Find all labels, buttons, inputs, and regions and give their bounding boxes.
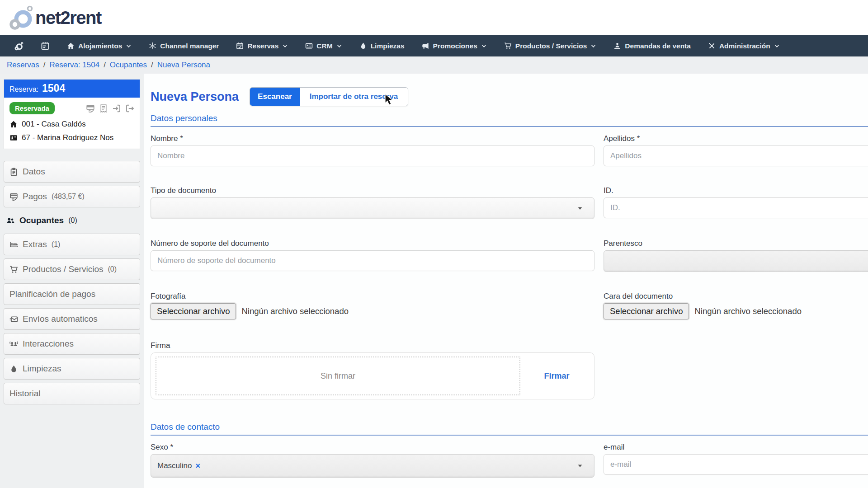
home-icon — [9, 120, 18, 128]
invoice-icon[interactable] — [99, 104, 108, 113]
payment-icon — [9, 192, 18, 201]
apellidos-label: Apellidos * — [604, 134, 868, 143]
nav-item-label: Productos / Servicios — [515, 42, 587, 50]
sidebar-item-label: Envíos automaticos — [23, 314, 98, 324]
nav-item-label: Demandas de venta — [625, 42, 691, 50]
nav-crm[interactable]: CRM — [305, 42, 342, 50]
sidebar-item-limpiezas[interactable]: Limpiezas — [4, 358, 140, 380]
nav-productos-servicios[interactable]: Productos / Servicios — [504, 42, 597, 50]
firma-canvas[interactable]: Sin firmar — [156, 357, 520, 395]
nav-item-label: Alojamientos — [78, 42, 122, 50]
parentesco-label: Parentesco — [604, 239, 868, 248]
droplet-icon — [9, 365, 18, 373]
tipo-documento-select[interactable] — [151, 197, 594, 219]
breadcrumb-ocupantes[interactable]: Ocupantes — [110, 61, 147, 70]
remove-tag-icon[interactable]: × — [196, 461, 201, 471]
sidebar-item-label: Historial — [9, 389, 41, 399]
nav-administracion[interactable]: Administración — [708, 42, 780, 50]
chevron-down-icon — [481, 43, 487, 49]
check-out-icon[interactable] — [125, 104, 134, 113]
client-row: 67 - Marina Rodriguez Nos — [9, 133, 134, 142]
check-in-icon[interactable] — [112, 104, 121, 113]
sidebar-item-historial[interactable]: Historial — [4, 383, 140, 404]
escanear-button[interactable]: Escanear — [250, 88, 300, 106]
cara-documento-file-status: Ningún archivo seleccionado — [694, 306, 802, 316]
page-title: Nueva Persona — [151, 90, 239, 104]
sidebar-item-count: (0) — [68, 216, 77, 225]
caret-down-icon — [577, 205, 583, 211]
nav-item-label: Channel manager — [160, 42, 219, 50]
sexo-label: Sexo * — [151, 443, 594, 452]
nav-home-logo-button[interactable] — [14, 42, 24, 51]
nav-planning-button[interactable] — [41, 42, 50, 51]
nav-channel-manager[interactable]: Channel manager — [149, 42, 219, 50]
sidebar-item-ocupantes[interactable]: Ocupantes (0) — [4, 211, 140, 230]
sidebar-item-label: Planificación de pagos — [9, 289, 95, 299]
numero-soporte-label: Número de soporte del documento — [151, 239, 594, 248]
sidebar-item-label: Interacciones — [23, 339, 74, 349]
id-input[interactable] — [604, 197, 868, 218]
mail-send-icon — [9, 315, 18, 324]
breadcrumb-nueva-persona[interactable]: Nueva Persona — [157, 61, 210, 70]
apellidos-input[interactable] — [604, 145, 868, 166]
numero-soporte-input[interactable] — [151, 250, 594, 271]
nombre-input[interactable] — [151, 145, 594, 166]
breadcrumb-separator: / — [104, 61, 106, 70]
cart-icon — [9, 265, 18, 274]
sidebar-item-datos[interactable]: Datos — [4, 161, 140, 183]
card-icon — [305, 42, 313, 50]
top-header: net2rent — [0, 0, 868, 35]
nav-reservas[interactable]: Reservas — [236, 42, 288, 50]
net2rent-logo[interactable]: net2rent — [9, 5, 101, 31]
property-row: 001 - Casa Galdós — [9, 120, 134, 129]
cara-documento-file-input: Seleccionar archivo Ningún archivo selec… — [604, 303, 868, 319]
planning-board-icon — [41, 42, 50, 51]
chevron-down-icon — [590, 43, 596, 49]
fotografia-file-input: Seleccionar archivo Ningún archivo selec… — [151, 303, 594, 319]
cart-icon — [504, 42, 512, 50]
tipo-documento-label: Tipo de documento — [151, 186, 594, 195]
chevron-down-icon — [126, 43, 132, 49]
nombre-label: Nombre * — [151, 134, 594, 143]
nav-item-label: Promociones — [433, 42, 477, 50]
channel-icon — [149, 42, 156, 50]
id-card-icon — [9, 134, 18, 142]
nav-item-label: Administración — [719, 42, 770, 50]
importar-otra-reserva-button[interactable]: Importar de otra reserva — [300, 88, 408, 106]
fotografia-seleccionar-archivo-button[interactable]: Seleccionar archivo — [151, 303, 236, 319]
reservation-card-header: Reserva: 1504 — [4, 80, 140, 98]
nav-promociones[interactable]: Promociones — [422, 42, 487, 50]
breadcrumb-separator: / — [43, 61, 46, 70]
firma-label: Firma — [151, 341, 594, 350]
sexo-select[interactable]: Masculino × — [151, 454, 594, 478]
section-datos-personales: Datos personales — [151, 113, 868, 127]
interactions-icon — [9, 340, 18, 348]
people-icon — [6, 216, 15, 225]
bed-icon — [9, 240, 18, 249]
droplet-icon — [359, 42, 367, 50]
breadcrumb-reserva-1504[interactable]: Reserva: 1504 — [50, 61, 100, 70]
payment-icon[interactable] — [86, 104, 95, 113]
parentesco-select[interactable] — [604, 250, 868, 272]
nav-alojamientos[interactable]: Alojamientos — [67, 42, 132, 50]
sidebar-item-planificacion-pagos[interactable]: Planificación de pagos — [4, 283, 140, 305]
reserva-number: 1504 — [42, 82, 65, 94]
breadcrumb-reservas[interactable]: Reservas — [7, 61, 39, 70]
sidebar-item-interacciones[interactable]: Interacciones — [4, 333, 140, 355]
nav-demandas-venta[interactable]: Demandas de venta — [613, 42, 691, 50]
section-datos-contacto: Datos de contacto — [151, 422, 868, 436]
firmar-link[interactable]: Firmar — [524, 357, 590, 395]
sidebar-item-extras[interactable]: Extras (1) — [4, 234, 140, 255]
reserva-label: Reserva: — [9, 85, 38, 94]
main-content: Nueva Persona Escanear Importar de otra … — [144, 74, 868, 488]
net2rent-bubbles-icon — [9, 5, 33, 31]
nav-limpiezas[interactable]: Limpiezas — [359, 42, 405, 50]
cara-documento-seleccionar-archivo-button[interactable]: Seleccionar archivo — [604, 303, 689, 319]
sidebar-item-envios-automaticos[interactable]: Envíos automaticos — [4, 308, 140, 330]
sidebar-item-productos-servicios[interactable]: Productos / Servicios (0) — [4, 258, 140, 280]
sin-firmar-text: Sin firmar — [321, 371, 355, 381]
firma-box: Sin firmar Firmar — [151, 352, 594, 399]
email-input[interactable] — [604, 454, 868, 475]
sidebar-item-pagos[interactable]: Pagos (483,57 €) — [4, 186, 140, 207]
breadcrumb-separator: / — [151, 61, 153, 70]
